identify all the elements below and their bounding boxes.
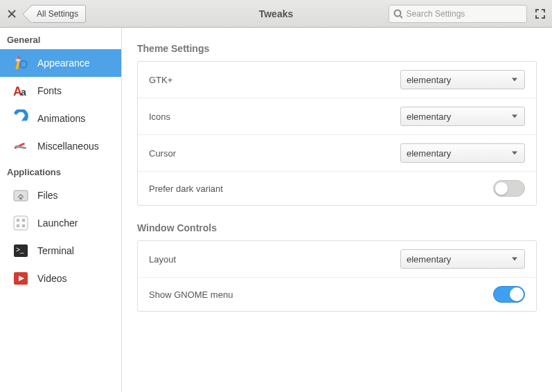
svg-rect-16 bbox=[22, 224, 25, 227]
window-panel: Layout elementary Show GNOME menu bbox=[137, 240, 537, 312]
sidebar-item-files[interactable]: Files bbox=[0, 181, 121, 209]
search-field[interactable] bbox=[389, 5, 527, 23]
row-gtk: GTK+ elementary bbox=[138, 62, 536, 98]
animations-icon bbox=[11, 109, 30, 128]
close-icon bbox=[8, 10, 16, 18]
close-button[interactable] bbox=[6, 8, 18, 20]
sidebar-header-applications: Applications bbox=[0, 160, 121, 181]
videos-icon bbox=[11, 269, 30, 288]
combo-value: elementary bbox=[407, 112, 451, 122]
sidebar-item-label: Fonts bbox=[37, 85, 62, 96]
row-cursor: Cursor elementary bbox=[138, 134, 536, 171]
sidebar-item-fonts[interactable]: Aa Fonts bbox=[0, 77, 121, 105]
sidebar: General Appearance Aa Fonts Animations M… bbox=[0, 28, 122, 392]
svg-rect-15 bbox=[17, 224, 19, 227]
sidebar-item-videos[interactable]: Videos bbox=[0, 265, 121, 292]
row-layout: Layout elementary bbox=[138, 241, 536, 277]
files-icon bbox=[11, 186, 30, 205]
svg-rect-12 bbox=[14, 216, 28, 230]
svg-point-5 bbox=[20, 61, 27, 68]
dark-variant-switch[interactable] bbox=[493, 180, 525, 197]
sidebar-item-label: Miscellaneous bbox=[37, 141, 99, 152]
gnome-menu-switch[interactable] bbox=[493, 286, 525, 303]
maximize-button[interactable] bbox=[534, 8, 546, 20]
sidebar-item-animations[interactable]: Animations bbox=[0, 105, 121, 132]
row-gnome-menu: Show GNOME menu bbox=[138, 277, 536, 311]
cursor-combobox[interactable]: elementary bbox=[400, 143, 525, 163]
sidebar-item-miscellaneous[interactable]: Miscellaneous bbox=[0, 132, 121, 160]
sidebar-item-label: Launcher bbox=[37, 217, 78, 229]
gtk-combobox[interactable]: elementary bbox=[400, 70, 525, 89]
row-dark-variant: Prefer dark variant bbox=[138, 171, 536, 205]
row-icons: Icons elementary bbox=[138, 98, 536, 134]
terminal-icon: >_ bbox=[11, 241, 30, 260]
sidebar-item-appearance[interactable]: Appearance bbox=[0, 49, 121, 77]
sidebar-item-label: Appearance bbox=[37, 57, 90, 69]
launcher-icon bbox=[11, 213, 30, 233]
svg-rect-13 bbox=[17, 219, 19, 222]
combo-value: elementary bbox=[407, 75, 451, 85]
svg-text:>_: >_ bbox=[16, 246, 24, 253]
row-label: Cursor bbox=[149, 148, 176, 159]
search-input[interactable] bbox=[407, 9, 522, 19]
search-icon bbox=[393, 9, 402, 19]
section-title-theme: Theme Settings bbox=[137, 43, 537, 54]
back-button-label: All Settings bbox=[37, 9, 78, 19]
back-button[interactable]: All Settings bbox=[30, 5, 86, 23]
row-label: Icons bbox=[149, 112, 170, 122]
layout-combobox[interactable]: elementary bbox=[400, 249, 525, 269]
sidebar-item-label: Files bbox=[37, 190, 58, 201]
headerbar: All Settings Tweaks bbox=[0, 0, 552, 28]
expand-icon bbox=[535, 9, 545, 19]
svg-text:a: a bbox=[21, 87, 26, 98]
row-label: Show GNOME menu bbox=[149, 289, 233, 300]
main-content: Theme Settings GTK+ elementary Icons ele… bbox=[122, 28, 552, 392]
row-label: Layout bbox=[149, 254, 176, 265]
sidebar-item-label: Terminal bbox=[37, 245, 74, 256]
theme-panel: GTK+ elementary Icons elementary Cursor … bbox=[137, 61, 537, 206]
row-label: GTK+ bbox=[149, 75, 172, 85]
svg-point-2 bbox=[395, 10, 401, 16]
sidebar-item-terminal[interactable]: >_ Terminal bbox=[0, 237, 121, 265]
svg-rect-11 bbox=[19, 197, 22, 199]
fonts-icon: Aa bbox=[11, 81, 30, 100]
miscellaneous-icon bbox=[11, 136, 30, 156]
combo-value: elementary bbox=[407, 254, 451, 265]
section-title-window: Window Controls bbox=[137, 222, 537, 233]
sidebar-item-label: Videos bbox=[37, 273, 67, 284]
svg-rect-4 bbox=[16, 59, 20, 62]
icons-combobox[interactable]: elementary bbox=[400, 107, 525, 126]
appearance-icon bbox=[11, 53, 30, 73]
sidebar-item-launcher[interactable]: Launcher bbox=[0, 209, 121, 237]
svg-rect-14 bbox=[22, 219, 25, 222]
svg-line-3 bbox=[400, 16, 402, 18]
sidebar-item-label: Animations bbox=[37, 113, 85, 124]
sidebar-header-general: General bbox=[0, 28, 121, 49]
combo-value: elementary bbox=[407, 148, 451, 159]
row-label: Prefer dark variant bbox=[149, 184, 223, 194]
